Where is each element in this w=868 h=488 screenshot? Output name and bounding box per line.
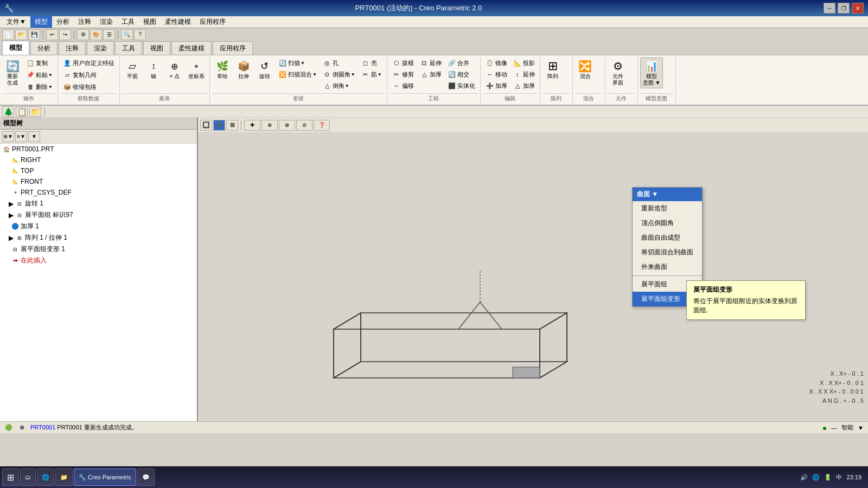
btn-paste[interactable]: 📌粘贴 ▼	[23, 69, 55, 80]
btn-move[interactable]: ↔移动	[483, 69, 510, 80]
tree-add-btn[interactable]: ⊕▼	[2, 131, 14, 142]
expand-array1[interactable]: ▶	[9, 234, 15, 242]
btn-copy-geometry[interactable]: ▱复制几何	[60, 69, 117, 80]
tab-apps[interactable]: 应用程序	[213, 41, 253, 55]
btn-point[interactable]: ⊕ × 点	[164, 57, 185, 82]
btn-custom-feature[interactable]: 👤用户自定义特征	[60, 57, 117, 68]
menu-annotation[interactable]: 注释	[74, 16, 95, 28]
btn-offset[interactable]: ↔偏移	[390, 80, 417, 91]
vp-orient4[interactable]: ⊘	[296, 120, 312, 131]
tab-analysis[interactable]: 分析	[30, 41, 58, 55]
tab-model[interactable]: 模型	[2, 41, 29, 55]
tree-thick1[interactable]: 🔵 加厚 1	[0, 221, 197, 232]
context-menu-title[interactable]: 曲面 ▼	[633, 188, 702, 201]
taskbar-network[interactable]: 🌐	[812, 474, 820, 481]
btn-sweep[interactable]: 🔄扫描 ▼	[276, 57, 320, 68]
btn-rib[interactable]: ✂筋 ▼	[359, 69, 385, 80]
tree-prt0001[interactable]: 🏠 PRT0001.PRT	[0, 144, 197, 155]
btn-copy[interactable]: 📋复制	[23, 57, 55, 68]
btn-thicken2[interactable]: ➕加厚	[483, 80, 510, 91]
start-button[interactable]: ⊞	[2, 468, 19, 486]
btn-model-intent[interactable]: 📊 模型意图 ▼	[640, 57, 663, 88]
tree-rot1[interactable]: ▶ ⊟ 旋转 1	[0, 198, 197, 209]
undo-btn[interactable]: ↩	[46, 29, 58, 40]
btn-proj[interactable]: 📐投影	[510, 57, 538, 68]
vp-orient3[interactable]: ⊗	[279, 120, 295, 131]
tab-flex[interactable]: 柔性建模	[171, 41, 212, 55]
menu-model[interactable]: 模型	[30, 16, 52, 28]
open-btn[interactable]: 📂	[15, 29, 27, 40]
minimize-button[interactable]: ─	[824, 3, 835, 14]
new-btn[interactable]: 📄	[2, 29, 14, 40]
menu-analysis[interactable]: 分析	[52, 16, 74, 28]
btn-element[interactable]: ⚙ 元件界面	[608, 57, 628, 88]
vp-btn3[interactable]: ⊠	[226, 120, 238, 131]
expand-rot1[interactable]: ▶	[9, 200, 15, 208]
btn-hole[interactable]: ◎孔	[320, 57, 358, 68]
tree-settings-btn[interactable]: ≡▼	[15, 131, 27, 142]
btn-shrink-wrap[interactable]: 📦收缩包络	[60, 81, 117, 92]
layer-toggle[interactable]: 📋	[16, 106, 28, 117]
btn-extrude[interactable]: 📦 拉伸	[233, 57, 254, 82]
folder-toggle[interactable]: 📁	[29, 106, 41, 117]
tab-annotation[interactable]: 注释	[59, 41, 86, 55]
canvas-area[interactable]: 🔲 ➕ ⊠ ✚ ⊕ ⊗ ⊘ ❓	[198, 118, 868, 421]
btn-mirror[interactable]: 🪞镜像	[483, 57, 510, 68]
btn-shell[interactable]: ◻壳	[359, 57, 385, 68]
menu-view[interactable]: 视图	[139, 16, 161, 28]
tree-arrow-btn[interactable]: ▼	[28, 131, 40, 142]
btn-intersect[interactable]: 🔄相交	[445, 69, 478, 80]
tab-render[interactable]: 渲染	[87, 41, 114, 55]
tree-array1[interactable]: ▶ ⊞ 阵列 1 / 拉伸 1	[0, 232, 197, 243]
help-search[interactable]: 🔍	[121, 29, 133, 40]
vp-orient1[interactable]: ✚	[244, 120, 260, 131]
menu-render[interactable]: 渲染	[95, 16, 117, 28]
tab-tools[interactable]: 工具	[115, 41, 142, 55]
tree-flatdef1[interactable]: ⊟ 展平面组变形 1	[0, 243, 197, 255]
btn-axis[interactable]: ↕ 轴	[143, 57, 164, 82]
taskbar-volume[interactable]: 🔊	[800, 474, 808, 481]
ctx-freeform[interactable]: 曲面自由成型	[633, 230, 702, 245]
ctx-foreign-surface[interactable]: 外来曲面	[633, 260, 702, 274]
btn-extend[interactable]: ⊡延伸	[417, 57, 444, 68]
btn-csys[interactable]: ⌖ 坐标系	[186, 57, 207, 82]
taskbar-chat[interactable]: 💬	[137, 468, 155, 486]
btn-chamfer[interactable]: △倒角 ▼	[320, 80, 358, 91]
model-tree-toggle[interactable]: 🌲	[2, 106, 14, 117]
tree-top[interactable]: 📐 TOP	[0, 165, 197, 176]
status-link[interactable]: PRT0001	[30, 424, 55, 431]
tree-insert[interactable]: ➡ 在此插入	[0, 255, 197, 266]
btn-trim[interactable]: ✂修剪	[390, 69, 417, 80]
help-btn[interactable]: ?	[134, 29, 146, 40]
btn-draft[interactable]: ⬡拔模	[390, 57, 417, 68]
status-dropdown-arrow[interactable]: ▼	[858, 425, 864, 431]
vp-btn1[interactable]: 🔲	[200, 120, 212, 131]
redo-btn[interactable]: ↪	[59, 29, 71, 40]
save-btn[interactable]: 💾	[28, 29, 40, 40]
btn-blend[interactable]: 🔀扫描混合 ▼	[276, 69, 320, 80]
settings-btn[interactable]: ⚙	[77, 29, 89, 40]
btn-thicken3[interactable]: △加厚	[510, 80, 538, 91]
btn-extend2[interactable]: ↕延伸	[510, 69, 538, 80]
taskbar-creo[interactable]: 🔧 Creo Parametric	[74, 468, 136, 486]
taskbar-file-manager[interactable]: 🗂	[20, 468, 36, 486]
tree-front[interactable]: 📐 FRONT	[0, 176, 197, 187]
btn-sketch[interactable]: 🌿 草绘	[212, 57, 233, 82]
taskbar-explorer[interactable]: 📁	[55, 468, 73, 486]
vp-orient5[interactable]: ❓	[314, 120, 330, 131]
vp-btn2[interactable]: ➕	[213, 120, 225, 131]
ctx-retype[interactable]: 重新造型	[633, 201, 702, 216]
palette-btn[interactable]: 🎨	[90, 29, 102, 40]
btn-merge[interactable]: 🔗合并	[445, 57, 478, 68]
tree-csys[interactable]: ⌖ PRT_CSYS_DEF	[0, 187, 197, 198]
taskbar-browser[interactable]: 🌐	[37, 468, 54, 486]
btn-thicken[interactable]: △加厚	[417, 69, 444, 80]
menu-tools[interactable]: 工具	[117, 16, 139, 28]
tree-right[interactable]: 📐 RIGHT	[0, 155, 197, 165]
btn-array[interactable]: ⊞ 阵列	[542, 57, 563, 82]
restore-button[interactable]: ❐	[838, 3, 850, 14]
btn-mix[interactable]: 🔀 混合	[575, 57, 596, 82]
btn-revolve[interactable]: ↺ 旋转	[254, 57, 275, 82]
close-button[interactable]: ✕	[852, 3, 864, 14]
btn-delete[interactable]: 🗑删除 ▼	[23, 81, 55, 92]
